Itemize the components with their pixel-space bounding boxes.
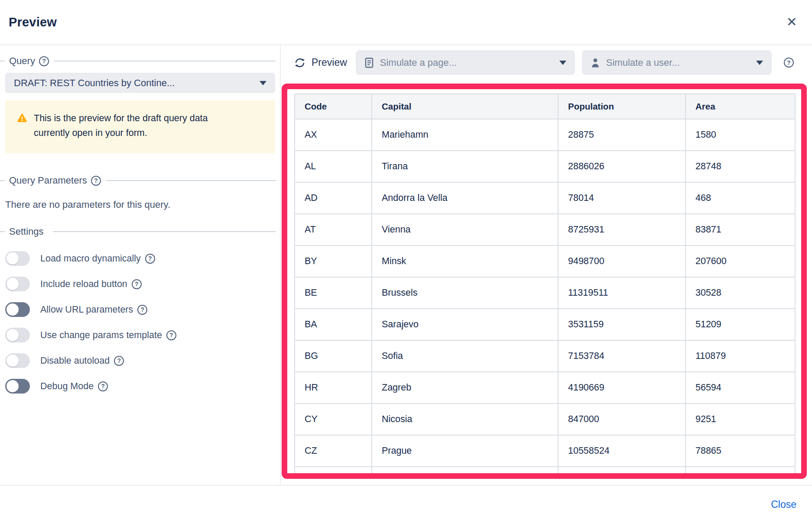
warning-icon: [16, 113, 28, 124]
cell-area: 30528: [685, 277, 795, 309]
draft-warning-banner: This is the preview for the draft query …: [5, 100, 275, 153]
toggle-switch[interactable]: [5, 277, 30, 291]
preview-panel: Preview Simulate a page...: [281, 45, 812, 485]
table-row: HR Zagreb 4190669 56594: [295, 372, 795, 404]
table-row: CY Nicosia 847000 9251: [295, 404, 795, 435]
table-row: AL Tirana 2886026 28748: [295, 151, 795, 182]
table-row: CZ Prague 10558524 78865: [295, 435, 795, 467]
table-row: BA Sarajevo 3531159 51209: [295, 309, 795, 340]
toggle-label: Allow URL parameters: [40, 304, 133, 315]
cell-area: 110879: [685, 340, 795, 372]
query-help-icon[interactable]: ?: [39, 56, 49, 66]
toggle-knob: [6, 329, 19, 341]
cell-population: 28875: [558, 119, 685, 151]
toggle-label: Debug Mode: [40, 381, 94, 392]
query-select[interactable]: DRAFT: REST Countries by Contine...: [5, 73, 275, 93]
help-icon[interactable]: ?: [145, 254, 155, 264]
query-parameters-legend: Query Parameters ?: [0, 175, 280, 186]
cell-code: DK: [295, 467, 372, 479]
simulate-page-select[interactable]: Simulate a page...: [356, 50, 575, 75]
cell-area: 9251: [685, 404, 795, 435]
cell-population: 4190669: [558, 372, 685, 404]
cell-capital: Mariehamn: [372, 119, 558, 151]
table-row: AT Vienna 8725931 83871: [295, 214, 795, 245]
cell-area: 51209: [685, 309, 795, 340]
help-icon[interactable]: ?: [132, 279, 142, 289]
cell-population: 10558524: [558, 435, 685, 467]
cell-area: 43094: [685, 467, 795, 479]
settings-legend: Settings: [0, 226, 280, 237]
page-title: Preview: [9, 15, 57, 29]
simulate-user-select[interactable]: Simulate a user...: [582, 50, 772, 75]
cell-code: CY: [295, 404, 372, 435]
cell-population: 3531159: [558, 309, 685, 340]
user-icon: [591, 58, 600, 68]
cell-area: 56594: [685, 372, 795, 404]
cell-code: AT: [295, 214, 372, 245]
help-icon[interactable]: ?: [98, 381, 108, 391]
simulate-page-placeholder: Simulate a page...: [380, 57, 553, 68]
table-row: DK Copenhagen 5717014 43094: [295, 467, 795, 479]
cell-area: 207600: [685, 245, 795, 277]
cell-code: BY: [295, 245, 372, 277]
draft-warning-text: This is the preview for the draft query …: [34, 111, 220, 140]
page-icon: [364, 58, 374, 68]
cell-code: CZ: [295, 435, 372, 467]
cell-population: 847000: [558, 404, 685, 435]
column-header-capital: Capital: [372, 94, 558, 119]
help-icon[interactable]: ?: [114, 356, 124, 366]
preview-help-icon[interactable]: ?: [784, 58, 794, 68]
cell-capital: Sarajevo: [372, 309, 558, 340]
toggle-switch[interactable]: [5, 251, 30, 266]
modal-body: Query ? DRAFT: REST Countries by Contine…: [0, 45, 812, 486]
cell-code: AL: [295, 151, 372, 182]
refresh-preview-button[interactable]: Preview: [294, 57, 347, 69]
modal-header: Preview ✕: [0, 0, 812, 45]
cell-capital: Minsk: [372, 245, 558, 277]
toggle-switch[interactable]: [5, 353, 30, 368]
table-row: BE Brussels 11319511 30528: [295, 277, 795, 309]
table-row: AX Mariehamn 28875 1580: [295, 119, 795, 151]
cell-population: 7153784: [558, 340, 685, 372]
chevron-down-icon: [260, 81, 266, 85]
cell-capital: Zagreb: [372, 372, 558, 404]
toggle-knob: [6, 355, 19, 367]
column-header-area: Area: [685, 94, 795, 119]
cell-population: 8725931: [558, 214, 685, 245]
refresh-icon: [294, 57, 306, 69]
chevron-down-icon: [559, 61, 566, 65]
cell-population: 11319511: [558, 277, 685, 309]
settings-legend-label: Settings: [9, 226, 44, 237]
toggle-label: Load macro dynamically: [40, 253, 141, 264]
help-icon[interactable]: ?: [137, 305, 147, 315]
preview-modal: Preview ✕ Query ? DRAFT: REST Countries …: [0, 0, 812, 523]
setting-toggle-row: Disable autoload ?: [5, 353, 275, 368]
toggle-label: Disable autoload: [40, 355, 110, 366]
cell-capital: Nicosia: [372, 404, 558, 435]
cell-population: 2886026: [558, 151, 685, 182]
setting-toggle-row: Load macro dynamically ?: [5, 251, 275, 266]
query-settings-panel: Query ? DRAFT: REST Countries by Contine…: [0, 45, 281, 485]
column-header-population: Population: [558, 94, 685, 119]
modal-footer: Close: [0, 486, 812, 523]
query-legend: Query ?: [0, 55, 280, 67]
preview-result-highlight-frame: Code Capital Population Area AX Marieham…: [282, 84, 807, 479]
close-icon[interactable]: ✕: [786, 16, 797, 29]
cell-capital: Prague: [372, 435, 558, 467]
query-parameters-help-icon[interactable]: ?: [91, 176, 101, 186]
table-header-row: Code Capital Population Area: [295, 94, 795, 119]
cell-area: 83871: [685, 214, 795, 245]
column-header-code: Code: [295, 94, 372, 119]
cell-code: BE: [295, 277, 372, 309]
cell-area: 78865: [685, 435, 795, 467]
setting-toggle-row: Debug Mode ?: [5, 379, 275, 394]
cell-capital: Sofia: [372, 340, 558, 372]
help-icon[interactable]: ?: [166, 330, 176, 340]
toggle-knob: [6, 278, 19, 290]
chevron-down-icon: [756, 61, 763, 65]
toggle-switch[interactable]: [5, 379, 30, 394]
toggle-switch[interactable]: [5, 328, 30, 342]
close-button[interactable]: Close: [771, 499, 796, 510]
toggle-switch[interactable]: [5, 302, 30, 317]
setting-toggle-row: Allow URL parameters ?: [5, 302, 275, 317]
